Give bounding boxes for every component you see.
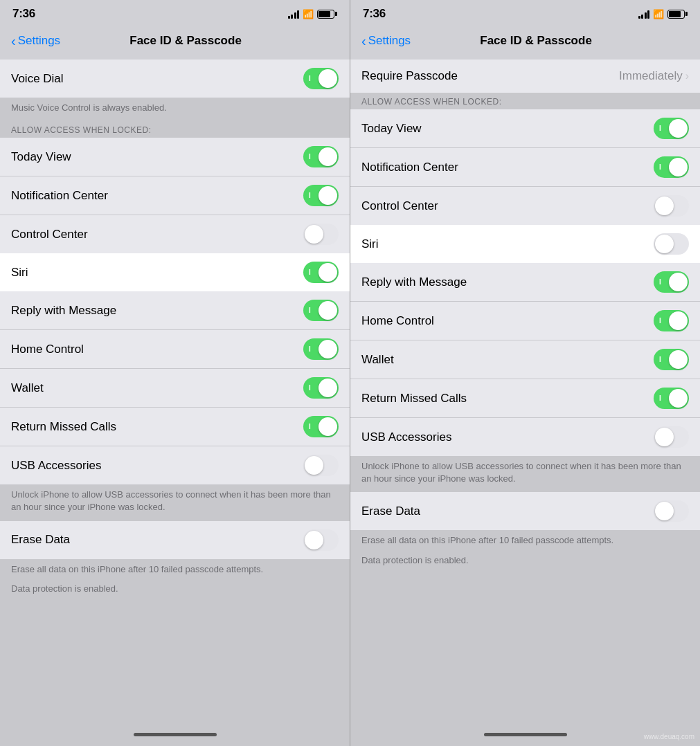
right-wallet-label: Wallet [361,353,394,367]
left-return-missed-calls-toggle[interactable]: I [303,416,339,437]
left-screen: 7:36 📶 ‹ Settings Face ID & Passcode [0,0,350,746]
left-nav-bar: ‹ Settings Face ID & Passcode [0,25,350,60]
right-usb-accessories-row: USB Accessories [350,418,700,456]
left-section-locked-header: ALLOW ACCESS WHEN LOCKED: [0,121,350,138]
right-settings-list: Require Passcode Immediately › ALLOW ACC… [350,60,700,725]
left-back-chevron-icon: ‹ [11,33,16,49]
right-section-locked-header: ALLOW ACCESS WHEN LOCKED: [350,93,700,109]
left-erase-card: Erase Data [0,521,350,559]
right-today-view-toggle[interactable]: I [654,118,689,139]
right-screen: 7:36 📶 ‹ Settings Face ID & Passcode [350,0,700,746]
right-notification-center-row: Notification Center I [350,148,700,187]
left-voice-dial-subtext: Music Voice Control is always enabled. [0,98,350,121]
left-reply-message-toggle[interactable]: I [303,300,339,321]
right-more-card: Reply with Message I Home Control I Wall… [350,263,700,456]
left-notification-center-label: Notification Center [11,189,108,203]
battery-icon [317,10,337,19]
left-notification-center-toggle[interactable]: I [303,185,339,206]
right-locked-card: Today View I Notification Center I Contr… [350,109,700,225]
right-erase-data-row: Erase Data [350,492,700,530]
right-erase-card: Erase Data [350,492,700,530]
left-siri-toggle[interactable]: I [303,262,339,283]
right-erase-subtext: Erase all data on this iPhone after 10 f… [350,530,700,554]
left-erase-data-toggle[interactable] [303,529,339,551]
left-notification-center-row: Notification Center I [0,176,350,215]
left-today-view-toggle[interactable]: I [303,146,339,167]
right-control-center-toggle[interactable] [654,195,689,217]
right-wifi-icon: 📶 [653,9,664,19]
right-status-bar: 7:36 📶 [350,0,700,25]
left-control-center-row: Control Center [0,215,350,253]
left-reply-message-label: Reply with Message [11,304,116,318]
right-time: 7:36 [363,7,386,21]
left-locked-card: Today View I Notification Center I Contr… [0,138,350,253]
right-home-bar [484,733,567,736]
right-return-missed-calls-label: Return Missed Calls [361,392,467,406]
right-return-missed-calls-toggle[interactable]: I [654,388,689,409]
left-page-title: Face ID & Passcode [33,34,339,48]
left-voice-dial-row: Voice Dial I [0,60,350,98]
right-control-center-label: Control Center [361,199,438,213]
wifi-icon: 📶 [303,9,314,19]
right-erase-data-toggle[interactable] [654,500,689,522]
right-notification-center-toggle[interactable]: I [654,156,689,178]
right-home-control-toggle[interactable]: I [654,310,689,331]
right-usb-subtext: Unlock iPhone to allow USB accessories t… [350,456,700,492]
right-return-missed-calls-row: Return Missed Calls I [350,379,700,418]
right-require-passcode-value: Immediately › [619,69,689,83]
left-voice-dial-card: Voice Dial I [0,60,350,98]
left-erase-data-row: Erase Data [0,521,350,559]
right-wallet-toggle[interactable]: I [654,349,689,370]
left-control-center-toggle[interactable] [303,224,339,245]
left-status-icons: 📶 [288,9,338,19]
right-notification-center-label: Notification Center [361,161,458,174]
left-status-bar: 7:36 📶 [0,0,350,25]
left-time: 7:36 [12,7,35,21]
right-status-icons: 📶 [638,9,688,19]
left-usb-subtext: Unlock iPhone to allow USB accessories t… [0,484,350,520]
right-siri-row: Siri [350,225,700,263]
left-wallet-toggle[interactable]: I [303,377,339,399]
right-siri-label: Siri [361,237,379,251]
right-page-title: Face ID & Passcode [383,34,689,48]
left-voice-dial-toggle[interactable]: I [303,68,339,89]
right-reply-message-toggle[interactable]: I [654,271,689,293]
right-today-view-row: Today View I [350,109,700,148]
left-today-view-row: Today View I [0,138,350,176]
signal-icon [288,10,300,19]
right-home-control-label: Home Control [361,314,434,328]
right-erase-data-label: Erase Data [361,504,420,518]
left-data-protection-subtext: Data protection is enabled. [0,583,350,602]
left-today-view-label: Today View [11,150,71,164]
require-passcode-chevron-icon: › [685,70,689,82]
left-home-control-row: Home Control I [0,330,350,369]
left-control-center-label: Control Center [11,228,88,242]
left-home-bar [134,733,217,736]
left-more-card: Reply with Message I Home Control I Wall… [0,291,350,484]
right-battery-icon [667,10,688,19]
left-home-control-toggle[interactable]: I [303,338,339,360]
require-passcode-value-text: Immediately [619,69,683,83]
right-usb-accessories-toggle[interactable] [654,426,689,448]
left-usb-accessories-row: USB Accessories [0,446,350,484]
watermark: www.deuaq.com [644,733,694,740]
right-wallet-row: Wallet I [350,340,700,379]
left-erase-data-label: Erase Data [11,533,70,547]
left-wallet-label: Wallet [11,381,44,395]
right-require-passcode-card: Require Passcode Immediately › [350,60,700,93]
right-back-chevron-icon: ‹ [361,33,366,49]
left-home-indicator [0,725,350,746]
left-usb-accessories-toggle[interactable] [303,455,339,476]
left-siri-card: Siri I [0,253,350,291]
right-siri-card: Siri [350,225,700,263]
left-usb-accessories-label: USB Accessories [11,459,101,473]
right-require-passcode-row[interactable]: Require Passcode Immediately › [350,60,700,93]
right-today-view-label: Today View [361,122,422,136]
left-voice-dial-label: Voice Dial [11,72,64,86]
left-home-control-label: Home Control [11,343,84,356]
right-siri-toggle[interactable] [654,233,689,255]
right-home-control-row: Home Control I [350,302,700,340]
right-data-protection-subtext: Data protection is enabled. [350,554,700,574]
right-control-center-row: Control Center [350,187,700,225]
right-usb-accessories-label: USB Accessories [361,430,451,444]
